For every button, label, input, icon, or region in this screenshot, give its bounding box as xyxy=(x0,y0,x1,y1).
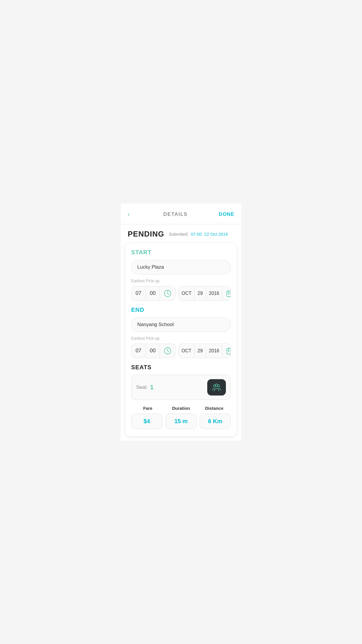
start-time-box[interactable]: 07 00 xyxy=(131,286,175,301)
status-bar: PENDING Submited: 07:00 22 Oct 2016 xyxy=(121,224,241,242)
svg-line-13 xyxy=(168,351,169,352)
start-title: START xyxy=(131,249,231,256)
duration-title: Duration xyxy=(164,406,198,411)
svg-rect-9 xyxy=(228,294,229,295)
seat-left: Seat: 1 xyxy=(136,384,154,391)
start-hour: 07 xyxy=(131,287,146,300)
submitted-time: 07:00 xyxy=(191,232,202,237)
start-day: 29 xyxy=(195,287,206,300)
main-card: START Lucky Plaza Earliest Pick-up 07 00 xyxy=(125,243,237,436)
end-clock-icon[interactable] xyxy=(160,344,175,358)
start-time-date-row: 07 00 OCT 29 xyxy=(131,286,231,301)
fare-box: $4 xyxy=(131,414,162,429)
distance-value: 6 Km xyxy=(208,418,222,424)
svg-rect-21 xyxy=(230,351,231,352)
svg-rect-10 xyxy=(230,294,231,295)
end-date-box[interactable]: OCT 29 2016 xyxy=(178,344,231,358)
end-location[interactable]: Nanyang School xyxy=(131,317,231,332)
start-minute: 00 xyxy=(146,287,160,300)
end-hour: 07 xyxy=(131,344,146,357)
seat-label: Seat: xyxy=(136,384,148,390)
submitted-date: 22 Oct 2016 xyxy=(204,232,228,237)
stats-values: $4 15 m 6 Km xyxy=(131,414,231,429)
duration-box: 15 m xyxy=(165,414,196,429)
submitted-text: Submited: xyxy=(169,232,189,237)
status-label: PENDING xyxy=(128,230,164,239)
end-minute: 00 xyxy=(146,344,160,357)
start-date-box[interactable]: OCT 29 2016 xyxy=(178,286,231,301)
svg-line-2 xyxy=(168,293,169,294)
seats-section: SEATS Seat: 1 xyxy=(131,364,231,400)
people-button[interactable] xyxy=(207,379,226,396)
back-button[interactable]: ‹ xyxy=(128,209,132,219)
stats-header: Fare Duration Distance xyxy=(131,406,231,411)
distance-box: 6 Km xyxy=(200,414,231,429)
start-calendar-icon[interactable] xyxy=(222,286,231,300)
duration-value: 15 m xyxy=(174,418,188,424)
start-section: START Lucky Plaza Earliest Pick-up 07 00 xyxy=(131,249,231,301)
page-header: ‹ DETAILS DONE xyxy=(121,204,241,224)
end-calendar-icon[interactable] xyxy=(222,344,231,358)
end-section: END Nanyang School Earliest Pick-up 07 0… xyxy=(131,307,231,358)
start-clock-icon[interactable] xyxy=(160,286,175,300)
end-pickup-label: Earliest Pick-up xyxy=(131,336,231,341)
done-button[interactable]: DONE xyxy=(219,211,234,217)
seats-row[interactable]: Seat: 1 xyxy=(131,375,231,400)
end-day: 29 xyxy=(195,345,206,357)
end-time-box[interactable]: 07 00 xyxy=(131,344,175,358)
start-month: OCT xyxy=(179,287,195,300)
end-time-date-row: 07 00 OCT 29 2016 xyxy=(131,344,231,358)
fare-value: $4 xyxy=(144,418,150,424)
seats-title: SEATS xyxy=(131,364,231,371)
page-title: DETAILS xyxy=(163,211,188,217)
end-title: END xyxy=(131,307,231,313)
start-location[interactable]: Lucky Plaza xyxy=(131,260,231,274)
seat-count: 1 xyxy=(150,384,154,391)
start-pickup-label: Earliest Pick-up xyxy=(131,279,231,283)
end-month: OCT xyxy=(179,345,195,357)
distance-title: Distance xyxy=(198,406,231,411)
start-year: 2016 xyxy=(206,287,223,300)
end-year: 2016 xyxy=(206,345,223,357)
svg-rect-20 xyxy=(228,351,229,352)
fare-title: Fare xyxy=(131,406,164,411)
submitted-row: Submited: 07:00 22 Oct 2016 xyxy=(169,232,228,237)
